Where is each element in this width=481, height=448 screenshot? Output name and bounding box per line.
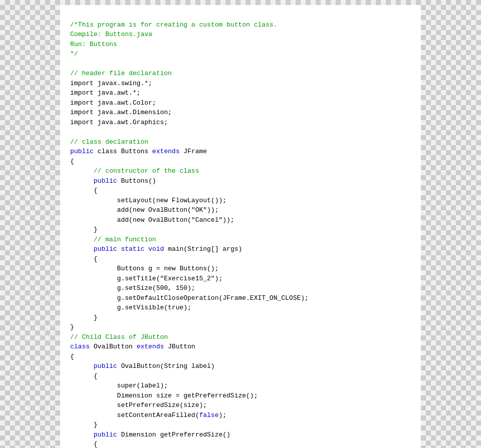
line-8: import java.awt.*; <box>70 89 140 97</box>
line-36-p2: OvalButton(String label) <box>117 362 215 370</box>
line-24-p4: main(String[] args) <box>164 245 242 253</box>
line-37: { <box>70 372 98 380</box>
line-38: super(label); <box>70 382 168 389</box>
line-25: { <box>70 255 98 263</box>
line-34-p2: JButton <box>164 343 195 350</box>
line-36-kw: public <box>94 362 117 370</box>
line-17-p1 <box>70 177 94 185</box>
line-9: import java.awt.Color; <box>70 99 156 107</box>
line-28: g.setSize(500, 150); <box>70 284 195 292</box>
line-42: } <box>70 421 98 428</box>
line-43-p2: Dimension getPreferredSize() <box>117 431 230 438</box>
line-13: // class declaration <box>70 138 148 146</box>
line-39: Dimension size = getPreferredSize(); <box>70 392 258 399</box>
line-32: } <box>70 323 74 331</box>
line-29: g.setDefaultCloseOperation(JFrame.EXIT_O… <box>70 294 309 302</box>
line-14-p1: class Buttons <box>94 148 152 155</box>
line-16: // constructor of the class <box>70 167 199 175</box>
line-31: } <box>70 314 98 321</box>
line-4: */ <box>70 50 78 58</box>
line-30: g.setVisible(true); <box>70 304 191 311</box>
line-24-kw3: void <box>148 245 164 253</box>
line-3: Run: Buttons <box>70 41 117 48</box>
line-10: import java.awt.Dimension; <box>70 109 172 116</box>
line-7: import javax.swing.*; <box>70 80 152 87</box>
line-18: { <box>70 187 98 194</box>
line-14-kw2: extends <box>152 148 180 155</box>
line-21: add(new OvalButton("Cancel")); <box>70 216 234 224</box>
line-19: setLayout(new FlowLayout()); <box>70 197 226 204</box>
line-24-kw2: static <box>121 245 144 253</box>
line-24-kw1: public <box>94 245 117 253</box>
line-22: } <box>70 226 98 233</box>
line-17-p2: Buttons() <box>117 177 156 185</box>
code-display: /*This program is for creating a custom … <box>60 5 421 448</box>
line-27: g.setTitle("Exercise15_2"); <box>70 275 222 282</box>
line-20: add(new OvalButton("OK")); <box>70 206 218 214</box>
line-23: // main function <box>70 236 156 243</box>
line-34-kw: class <box>70 343 90 350</box>
line-26: Buttons g = new Buttons(); <box>70 265 218 272</box>
line-41-p1: setContentAreaFilled( <box>70 411 199 419</box>
line-34-p1: OvalButton <box>90 343 137 350</box>
line-43-p1 <box>70 431 94 438</box>
line-40: setPreferredSize(size); <box>70 401 207 409</box>
line-17-kw: public <box>94 177 117 185</box>
line-11: import java.awt.Graphics; <box>70 119 168 126</box>
line-34-kw2: extends <box>137 343 164 350</box>
line-41-kw: false <box>199 411 218 419</box>
line-35: { <box>70 353 74 360</box>
line-1: /*This program is for creating a custom … <box>70 21 277 29</box>
line-14-p2: JFrame <box>179 148 207 155</box>
line-14-kw1: public <box>70 148 94 155</box>
line-43-kw1: public <box>94 431 117 438</box>
line-2: Compile: Buttons.java <box>70 31 152 38</box>
line-44: { <box>70 440 98 448</box>
line-24-p1 <box>70 245 94 253</box>
line-36-p1 <box>70 362 94 370</box>
line-6: // header file declaration <box>70 70 172 77</box>
line-33: // Child Class of JButton <box>70 333 168 341</box>
line-15: { <box>70 158 74 165</box>
line-41-p2: ); <box>218 411 226 419</box>
line-24-p3 <box>144 245 148 253</box>
